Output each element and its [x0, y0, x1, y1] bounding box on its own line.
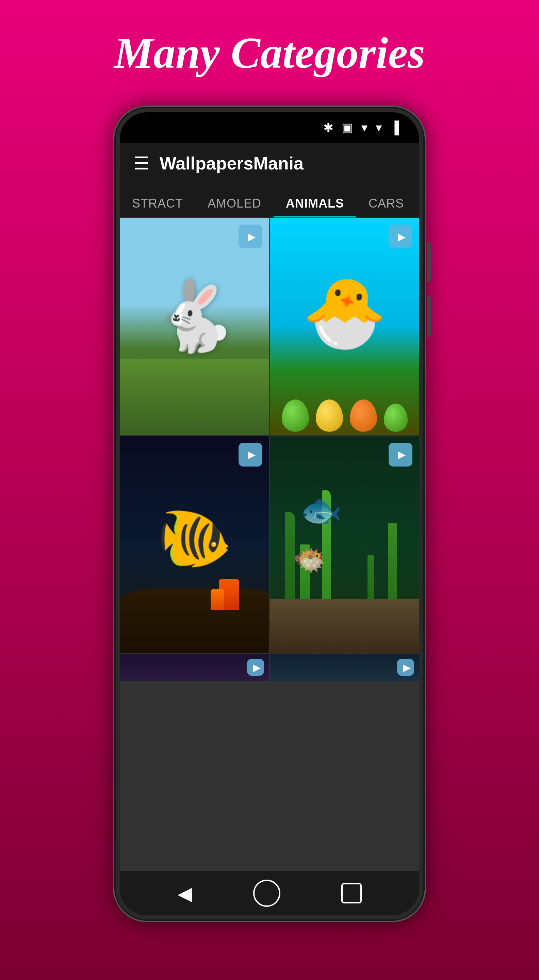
- wallpaper-rabbit[interactable]: 🐇: [120, 218, 269, 435]
- tab-abstract[interactable]: STRACT: [120, 196, 195, 218]
- clownfish-emoji: 🐠: [156, 507, 233, 568]
- duck-emoji: 🐣: [302, 279, 387, 347]
- play-button-partial-2[interactable]: [397, 659, 414, 676]
- wallpaper-duck[interactable]: 🐣: [270, 218, 419, 435]
- bluetooth-icon: ✱: [323, 121, 334, 135]
- vibrate-icon: ▣: [342, 121, 353, 135]
- play-button-duck[interactable]: [389, 224, 412, 248]
- wallpaper-partial-1[interactable]: [120, 654, 269, 681]
- play-button-clownfish[interactable]: [238, 443, 262, 466]
- home-button[interactable]: [253, 880, 280, 907]
- app-title: WallpapersMania: [160, 153, 304, 173]
- tab-animals[interactable]: ANIMALS: [273, 196, 356, 218]
- phone-mockup: ✱ ▣ ▾ ▾ ▐ ☰ WallpapersMania STRACT AMOLE…: [113, 105, 426, 922]
- eggs-decoration: [270, 337, 419, 435]
- rabbit-emoji: 🐇: [152, 282, 237, 350]
- tab-cars[interactable]: CARS: [356, 196, 416, 218]
- bottom-nav: ◀: [120, 871, 419, 915]
- battery-icon: ▐: [390, 121, 399, 135]
- wallpaper-clownfish[interactable]: 🐠: [120, 436, 269, 653]
- tabs-container: STRACT AMOLED ANIMALS CARS CITIES: [120, 184, 419, 218]
- page-title: Many Categories: [114, 27, 425, 78]
- tab-cities[interactable]: CITIES: [416, 196, 419, 218]
- aquarium-rocks: [270, 599, 419, 653]
- recents-button[interactable]: [341, 883, 362, 904]
- phone-screen: ✱ ▣ ▾ ▾ ▐ ☰ WallpapersMania STRACT AMOLE…: [120, 112, 419, 915]
- wifi-icon: ▾: [376, 121, 382, 135]
- play-button-aquarium[interactable]: [389, 443, 412, 466]
- back-button[interactable]: ◀: [178, 882, 192, 904]
- status-bar: ✱ ▣ ▾ ▾ ▐: [120, 112, 419, 143]
- fish-1: 🐟: [300, 490, 342, 530]
- tab-amoled[interactable]: AMOLED: [195, 196, 273, 218]
- content-grid: 🐇 🐣: [120, 218, 419, 871]
- signal-icon: ▾: [361, 121, 367, 135]
- hamburger-menu-icon[interactable]: ☰: [134, 153, 149, 173]
- wallpaper-partial-2[interactable]: [270, 654, 419, 681]
- play-button-rabbit[interactable]: [238, 224, 262, 248]
- app-bar: ☰ WallpapersMania: [120, 143, 419, 184]
- fish-2: 🐡: [292, 544, 326, 576]
- wallpaper-aquarium[interactable]: 🐟 🐡: [270, 436, 419, 653]
- play-button-partial-1[interactable]: [247, 659, 264, 676]
